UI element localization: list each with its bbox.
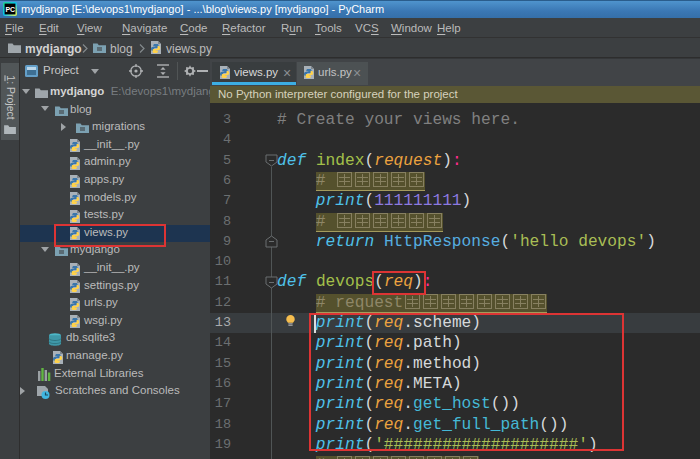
svg-text:PC: PC (5, 6, 15, 13)
